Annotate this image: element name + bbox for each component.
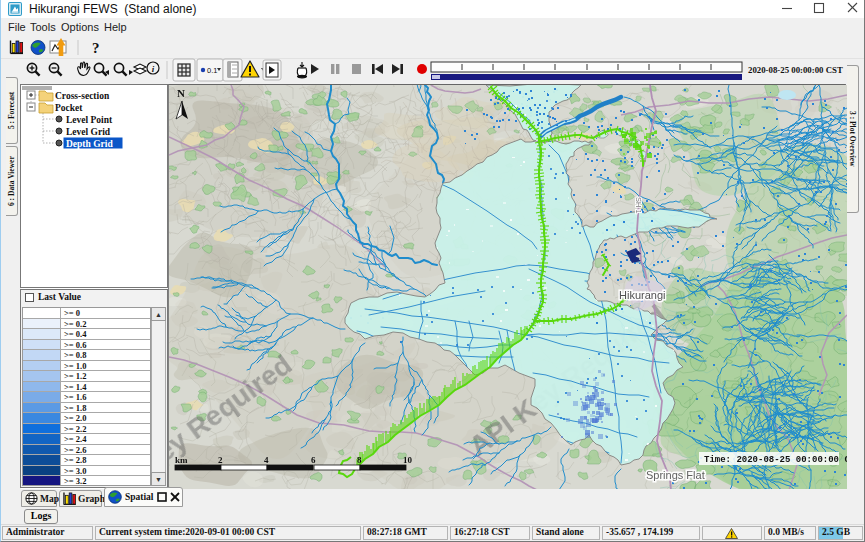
svg-text:8: 8 <box>357 455 362 465</box>
svg-text:i: i <box>152 64 155 74</box>
svg-text:Time: 2020-08-25 00:00:00 CST: Time: 2020-08-25 00:00:00 CST <box>704 455 847 465</box>
svg-text:4: 4 <box>264 455 269 465</box>
svg-text:6: 6 <box>311 455 316 465</box>
svg-text:2020-08-25 00:00:00 CST: 2020-08-25 00:00:00 CST <box>748 65 843 75</box>
svg-text:Depth Grid: Depth Grid <box>66 139 113 149</box>
svg-text:Level Grid: Level Grid <box>66 127 111 137</box>
svg-text:Level Point: Level Point <box>66 115 113 125</box>
svg-text:?: ? <box>92 40 100 56</box>
svg-text:10: 10 <box>403 455 413 465</box>
svg-text:SH 1: SH 1 <box>634 197 643 214</box>
svg-text:0.1: 0.1 <box>207 66 217 75</box>
svg-text:2: 2 <box>218 455 223 465</box>
svg-text:Cross-section: Cross-section <box>55 91 110 101</box>
svg-text:Hikurangi: Hikurangi <box>619 289 665 301</box>
svg-text:Springs Flat: Springs Flat <box>646 469 705 481</box>
svg-text:N: N <box>177 87 185 99</box>
svg-text:km: km <box>175 455 188 465</box>
svg-text:Pocket: Pocket <box>55 103 83 113</box>
